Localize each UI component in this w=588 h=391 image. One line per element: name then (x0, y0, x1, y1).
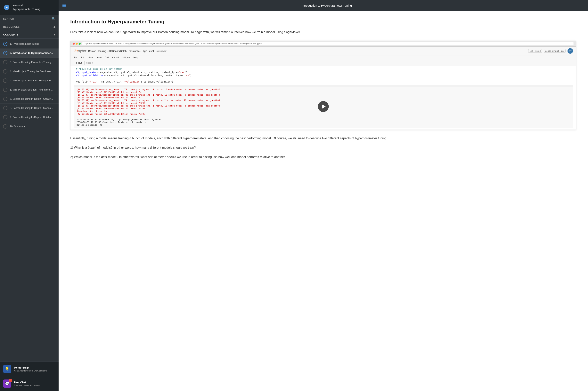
sidebar-header: Lesson 4: Hyperparameter Tuning (0, 0, 59, 15)
back-button[interactable] (4, 5, 9, 10)
output-line-2: [49]#011train-rmse:1.02716#011validation… (77, 91, 571, 94)
concept-check-7 (3, 97, 7, 101)
chat-text: Peer Chat Chat with peers and alumni (14, 381, 40, 387)
jupyter-autosaved: (autosaved) (156, 50, 167, 52)
menu-widgets[interactable]: Widgets (122, 56, 130, 59)
browser-topbar: https://deployment-notebook.notebook.us-… (70, 41, 576, 47)
concept-item-9[interactable]: 9. Boston Housing In-Depth - Buildin... (0, 113, 59, 122)
menu-help[interactable]: Help (133, 56, 138, 59)
code-line-3 (76, 77, 573, 80)
sidebar: Lesson 4: Hyperparameter Tuning SEARCH 🔍… (0, 0, 59, 391)
concept-check-10 (3, 124, 7, 129)
topbar: Introduction to Hyperparameter Tuning (59, 0, 588, 11)
resources-section[interactable]: RESOURCES (0, 23, 59, 31)
video-overlay[interactable]: [16:58:37] src/tree/updater_prune.cc:74:… (74, 85, 573, 128)
output-line-upload: 2018-10-09 16:58:38 Uploading - Uploadin… (77, 118, 571, 121)
jupyter-toolbar: ▶ Run Code ▾ (70, 60, 576, 66)
lightbulb-icon: 💡 (5, 367, 9, 371)
search-label: SEARCH (3, 17, 14, 20)
concept-item-5[interactable]: 5. Mini-Project: Solution - Tuning the..… (0, 76, 59, 85)
output-line-completed: 2018-10-09 16:58:43 Completed - Training… (77, 121, 571, 123)
concept-label-9: 9. Boston Housing In-Depth - Buildin... (10, 116, 55, 119)
concept-label-2: 2. Introduction to Hyperparameter ... (10, 52, 55, 55)
hamburger-menu[interactable] (62, 4, 66, 7)
browser-dots (73, 43, 81, 45)
concept-item-4[interactable]: 4. Mini-Project: Tuning the Sentimen... (0, 67, 59, 76)
menu-file[interactable]: File (74, 56, 77, 59)
menu-edit[interactable]: Edit (80, 56, 85, 59)
content-area: Introduction to Hyperparameter Tuning Le… (59, 11, 588, 391)
jupyter-notebook-title: Boston Housing - XGBoost (Batch Transfor… (88, 50, 154, 52)
topbar-title: Introduction to Hyperparameter Tuning (70, 4, 584, 7)
code-line-2: s3_input_validation = sagemaker.s3_input… (76, 74, 573, 77)
concept-label-3: 3. Boston Housing Example - Tuning ... (10, 61, 55, 64)
code-comment: # Knows our data is in csv format. (76, 68, 573, 70)
question-1-italic: bunch (88, 146, 97, 149)
output-spacer (77, 115, 571, 118)
speech-bubble-icon: 💬 (5, 382, 9, 386)
peer-chat-button[interactable]: 💬 11 Peer Chat Chat with peers and alumn… (0, 376, 59, 391)
close-dot (73, 43, 75, 45)
concept-check-2 (3, 51, 7, 55)
concept-item-3[interactable]: 3. Boston Housing Example - Tuning ... (0, 58, 59, 67)
concept-item-6[interactable]: 6. Mini-Project: Solution - Fixing the .… (0, 85, 59, 95)
concept-label-6: 6. Mini-Project: Solution - Fixing the .… (10, 88, 55, 92)
mentor-title: Mentor Help (14, 366, 47, 369)
concept-label-10: 10. Summary (10, 125, 55, 128)
concept-label-7: 7. Boston Housing In-Depth - Creatin... (10, 97, 55, 101)
video-play-button[interactable] (318, 101, 329, 112)
mentor-help-button[interactable]: 💡 Mentor Help Ask a mentor on our Q&A pl… (0, 362, 59, 376)
jupyter-cell-area: # Knows our data is in csv format. s3_in… (70, 66, 576, 130)
question-1-pre: 1) What is a (70, 146, 88, 149)
question-2: 2) Which model is the best model? In oth… (70, 154, 576, 160)
run-button[interactable]: ▶ Run (74, 61, 85, 65)
concept-label-1: 1. Hyperparameter Tuning (10, 42, 55, 46)
concept-check-8 (3, 106, 7, 110)
menu-cell[interactable]: Cell (105, 56, 109, 59)
chat-title: Peer Chat (14, 381, 40, 384)
main-content-area: Introduction to Hyperparameter Tuning In… (59, 0, 588, 391)
search-icon[interactable]: 🔍 (52, 17, 55, 21)
question-1: 1) What is a bunch of models? In other w… (70, 145, 576, 150)
maximize-dot (79, 43, 81, 45)
conda-env-badge: conda_pytorch_p36 (544, 49, 566, 53)
jupyter-logo-area: Jupyter Boston Housing - XGBoost (Batch … (74, 49, 167, 53)
code-line-1: s3_input_train = sagemaker.s3_input(s3_d… (76, 71, 573, 74)
browser-url: https://deployment-notebook.notebook.us-… (82, 42, 574, 45)
question-2-post: model? In other words, what sort of metr… (107, 155, 286, 159)
resources-collapse-icon[interactable] (53, 26, 55, 28)
content-intro: Let's take a look at how we can use Sage… (70, 29, 576, 35)
search-section: SEARCH 🔍 (0, 15, 59, 23)
resources-label: RESOURCES (3, 25, 20, 28)
output-line-billable: Billable seconds: 40 (77, 124, 571, 126)
menu-view[interactable]: View (88, 56, 93, 59)
menu-insert[interactable]: Insert (96, 56, 102, 59)
output-line-3: [16:58:37] src/tree/updater_prune.cc:74:… (77, 94, 571, 96)
concept-item-8[interactable]: 8. Boston Housing In-Depth - Monito... (0, 103, 59, 113)
minimize-dot (76, 43, 78, 45)
concept-check-4 (3, 69, 7, 74)
concept-check-3 (3, 60, 7, 64)
menu-kernel[interactable]: Kernel (112, 56, 119, 59)
concepts-section[interactable]: CONCEPTS (0, 31, 59, 39)
concept-check-9 (3, 115, 7, 119)
concept-item-10[interactable]: 10. Summary (0, 122, 59, 131)
question-1-post: of models? In other words, how many diff… (96, 146, 196, 149)
concept-item-2[interactable]: 2. Introduction to Hyperparameter ... (0, 49, 59, 58)
concept-label-4: 4. Mini-Project: Tuning the Sentimen... (10, 70, 55, 73)
cell-type-indicator: Code ▾ (86, 62, 93, 64)
concepts-expand-icon[interactable] (53, 34, 55, 35)
concept-check-6 (3, 88, 7, 92)
question-2-italic: best (101, 155, 107, 159)
play-triangle-icon (322, 104, 326, 109)
jupyter-screenshot: https://deployment-notebook.notebook.us-… (70, 41, 576, 130)
concept-item-1[interactable]: 1. Hyperparameter Tuning (0, 39, 59, 49)
jupyter-menubar: File Edit View Insert Cell Kernel Widget… (70, 55, 576, 60)
paragraph-1: Essentially, tuning a model means traini… (70, 136, 576, 141)
question-2-pre: 2) Which model is the (70, 155, 101, 159)
jupyter-header: Jupyter Boston Housing - XGBoost (Batch … (70, 47, 576, 55)
concept-item-7[interactable]: 7. Boston Housing In-Depth - Creatin... (0, 95, 59, 103)
concepts-list: 1. Hyperparameter Tuning2. Introduction … (0, 39, 59, 362)
mentor-icon: 💡 (3, 365, 11, 373)
concept-check-1 (3, 42, 7, 46)
